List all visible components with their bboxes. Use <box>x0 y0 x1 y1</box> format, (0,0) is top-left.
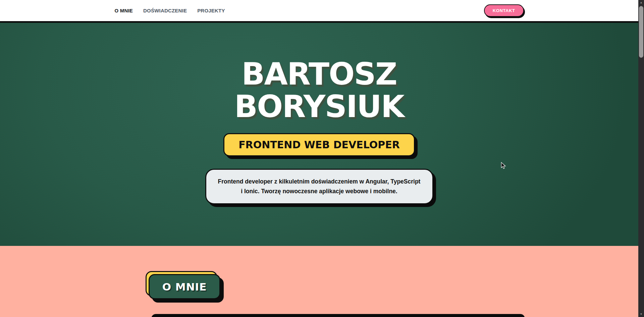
nav-item-projekty[interactable]: PROJEKTY <box>197 8 225 13</box>
intro-card: Frontend developer z kilkuletnim doświad… <box>205 169 433 204</box>
kontakt-button[interactable]: KONTAKT <box>484 4 524 17</box>
hero-section: BARTOSZ BORYSIUK FRONTEND WEB DEVELOPER … <box>0 23 638 246</box>
hero-title-line2: BORYSIUK <box>0 90 638 123</box>
scrollbar-thumb[interactable] <box>639 6 643 58</box>
main-nav: O MNIE DOŚWIADCZENIE PROJEKTY <box>115 8 225 13</box>
scrollbar[interactable]: ▲ ▼ <box>638 0 644 317</box>
intro-text-line1: Frontend developer z kilkuletnim doświad… <box>210 177 429 187</box>
scroll-down-icon[interactable]: ▼ <box>638 312 644 317</box>
about-section: O MNIE <box>0 246 638 317</box>
scroll-up-icon[interactable]: ▲ <box>638 0 644 5</box>
page: O MNIE DOŚWIADCZENIE PROJEKTY KONTAKT BA… <box>0 0 638 317</box>
header: O MNIE DOŚWIADCZENIE PROJEKTY KONTAKT <box>0 0 638 23</box>
role-badge: FRONTEND WEB DEVELOPER <box>223 133 415 156</box>
about-heading: O MNIE <box>149 274 220 299</box>
hero-title-line1: BARTOSZ <box>0 58 638 90</box>
nav-item-doswiadczenie[interactable]: DOŚWIADCZENIE <box>143 8 187 13</box>
about-heading-pill: O MNIE <box>149 274 220 299</box>
hero-title: BARTOSZ BORYSIUK <box>0 58 638 123</box>
about-card-top-edge <box>151 314 525 317</box>
nav-item-o-mnie[interactable]: O MNIE <box>115 8 133 13</box>
intro-text-line2: i Ionic. Tworzę nowoczesne aplikacje web… <box>210 187 429 196</box>
header-inner: O MNIE DOŚWIADCZENIE PROJEKTY KONTAKT <box>115 4 524 17</box>
